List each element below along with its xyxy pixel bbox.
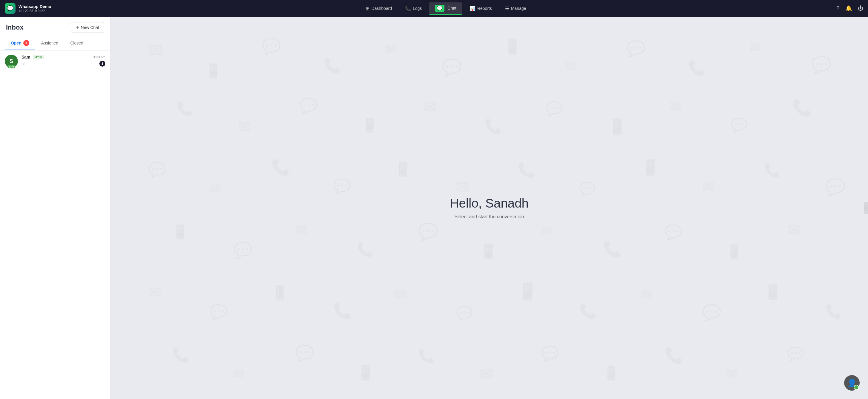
tab-open[interactable]: Open 1 xyxy=(5,36,35,50)
brand-text: Whatsapp Demo +91 22 6819 9482 xyxy=(19,4,51,12)
svg-text:📞: 📞 xyxy=(518,161,535,178)
collapse-handle[interactable]: › xyxy=(864,202,868,214)
svg-text:✉: ✉ xyxy=(423,98,436,116)
nav-logs[interactable]: 📞 Logs xyxy=(399,3,428,14)
tabs: Open 1 Assigned Closed xyxy=(0,36,110,51)
svg-text:💬: 💬 xyxy=(442,58,462,77)
nav-reports[interactable]: 📊 Reports xyxy=(464,3,498,14)
svg-text:📱: 📱 xyxy=(603,365,620,381)
top-navigation: 💬 Whatsapp Demo +91 22 6819 9482 ⊞ Dashb… xyxy=(0,0,868,17)
svg-text:📞: 📞 xyxy=(271,158,290,176)
svg-text:💬: 💬 xyxy=(210,304,228,320)
svg-text:✉: ✉ xyxy=(641,287,652,302)
svg-text:📞: 📞 xyxy=(177,101,193,117)
svg-text:💬: 💬 xyxy=(262,37,281,56)
svg-text:✉: ✉ xyxy=(456,178,469,196)
user-avatar-icon: 👤 xyxy=(847,378,857,388)
svg-text:💬: 💬 xyxy=(546,101,563,117)
tab-assigned[interactable]: Assigned xyxy=(35,36,64,50)
svg-text:📱: 📱 xyxy=(395,161,411,177)
svg-text:💬: 💬 xyxy=(418,222,438,241)
svg-text:✉: ✉ xyxy=(541,223,552,238)
svg-text:💬: 💬 xyxy=(541,345,559,362)
manage-icon: ☰ xyxy=(505,6,509,11)
svg-text:✉: ✉ xyxy=(234,366,244,381)
svg-text:📱: 📱 xyxy=(764,283,782,301)
svg-text:📱: 📱 xyxy=(172,224,189,240)
svg-text:📞: 📞 xyxy=(323,57,341,74)
svg-text:📱: 📱 xyxy=(357,364,375,381)
nav-chat-label: Chat xyxy=(447,6,456,10)
chat-icon: 💬 xyxy=(435,5,444,12)
convo-tag: MY01 xyxy=(33,55,44,59)
svg-text:✉: ✉ xyxy=(702,178,714,194)
svg-text:📞: 📞 xyxy=(333,302,352,320)
nav-manage-label: Manage xyxy=(511,6,526,11)
avatar-char: S xyxy=(9,58,13,64)
svg-text:✉: ✉ xyxy=(238,118,251,135)
svg-text:✉: ✉ xyxy=(787,221,801,238)
svg-text:📱: 📱 xyxy=(480,243,498,260)
sidebar-header: Inbox + New Chat xyxy=(0,17,110,36)
svg-text:✉: ✉ xyxy=(480,365,493,382)
convo-unread-count: 1 xyxy=(99,61,105,66)
chat-area: ✉ 📱 💬 📞 ✉ 💬 📱 ✉ 💬 📞 ✉ 💬 📞 ✉ 💬 xyxy=(111,17,868,399)
tab-open-badge: 1 xyxy=(23,40,29,46)
conversation-list: S 23 h Sam MY01 01:33 pm hi 1 xyxy=(0,51,110,399)
svg-text:💬: 💬 xyxy=(731,117,747,133)
svg-text:💬: 💬 xyxy=(456,305,473,321)
nav-logs-label: Logs xyxy=(413,6,422,11)
svg-text:📞: 📞 xyxy=(357,241,373,258)
plus-icon: + xyxy=(76,25,79,30)
svg-text:📞: 📞 xyxy=(579,303,597,319)
svg-text:📞: 📞 xyxy=(603,240,622,258)
svg-text:📞: 📞 xyxy=(792,98,812,117)
svg-text:✉: ✉ xyxy=(669,98,681,114)
user-avatar-fab[interactable]: 👤 xyxy=(844,375,860,391)
svg-text:💬: 💬 xyxy=(811,56,832,75)
tab-closed-label: Closed xyxy=(70,40,83,46)
avatar-wrap: S 23 h xyxy=(5,55,18,68)
svg-text:💬: 💬 xyxy=(787,346,804,362)
nav-right: ? 🔔 ⏻ xyxy=(828,5,863,12)
convo-preview: hi xyxy=(22,61,25,66)
nav-chat[interactable]: 💬 Chat xyxy=(429,2,462,15)
svg-text:📱: 📱 xyxy=(271,284,288,301)
svg-text:💬: 💬 xyxy=(295,344,314,362)
brand-logo: 💬 xyxy=(5,3,16,14)
nav-dashboard[interactable]: ⊞ Dashboard xyxy=(360,3,398,14)
tab-closed[interactable]: Closed xyxy=(64,36,89,50)
new-chat-button[interactable]: + New Chat xyxy=(71,22,104,33)
brand-phone: +91 22 6819 9482 xyxy=(19,9,51,12)
svg-text:📞: 📞 xyxy=(664,346,684,364)
svg-text:📱: 📱 xyxy=(641,158,660,176)
svg-text:📞: 📞 xyxy=(688,59,706,77)
svg-text:💬: 💬 xyxy=(626,39,646,58)
tab-assigned-label: Assigned xyxy=(41,40,59,46)
reports-icon: 📊 xyxy=(469,6,475,11)
notifications-icon[interactable]: 🔔 xyxy=(845,5,852,12)
main-layout: Inbox + New Chat Open 1 Assigned Closed xyxy=(0,17,868,399)
help-icon[interactable]: ? xyxy=(836,5,839,12)
convo-top: Sam MY01 01:33 pm xyxy=(22,55,105,59)
inbox-title: Inbox xyxy=(6,24,24,31)
svg-text:📱: 📱 xyxy=(608,118,627,136)
conversation-item-sam[interactable]: S 23 h Sam MY01 01:33 pm hi 1 xyxy=(0,51,110,72)
brand: 💬 Whatsapp Demo +91 22 6819 9482 xyxy=(5,3,64,14)
svg-text:✉: ✉ xyxy=(148,284,161,301)
convo-preview-row: hi 1 xyxy=(22,61,105,66)
nav-manage[interactable]: ☰ Manage xyxy=(499,3,532,14)
tab-open-label: Open xyxy=(11,40,22,46)
svg-text:✉: ✉ xyxy=(565,59,576,73)
svg-text:✉: ✉ xyxy=(148,40,163,60)
nav-items: ⊞ Dashboard 📞 Logs 💬 Chat 📊 Reports ☰ Ma… xyxy=(64,2,828,15)
dashboard-icon: ⊞ xyxy=(366,6,370,11)
nav-reports-label: Reports xyxy=(477,6,492,11)
svg-text:✉: ✉ xyxy=(210,181,221,196)
svg-text:✉: ✉ xyxy=(295,223,307,238)
svg-text:📱: 📱 xyxy=(518,282,538,301)
chat-hello-text: Hello, Sanadh xyxy=(450,196,529,210)
power-icon[interactable]: ⏻ xyxy=(858,5,863,12)
convo-name-row: Sam MY01 xyxy=(22,55,44,59)
svg-text:✉: ✉ xyxy=(749,40,761,54)
